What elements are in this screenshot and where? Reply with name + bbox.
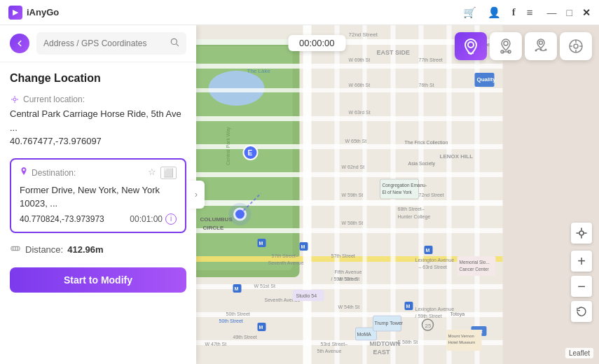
svg-text:The Frick Collection: The Frick Collection [405,140,448,145]
svg-text:M: M [259,325,263,330]
svg-text:MIDTOWN: MIDTOWN [370,340,401,347]
svg-text:W 58th St: W 58th St [342,220,364,225]
svg-rect-22 [363,25,367,364]
distance-label: Distance: [25,244,63,255]
teleport-mode-button[interactable] [455,32,487,60]
svg-text:W 47th St: W 47th St [205,342,227,346]
close-button[interactable]: ✕ [582,7,591,18]
svg-point-121 [535,50,537,52]
destination-time-wrap: 00:01:00 i [130,214,177,225]
svg-text:Quality: Quality [477,76,497,83]
expand-icon[interactable]: ⬜ [160,167,177,179]
svg-text:Seventh Avenue: Seventh Avenue [268,260,304,265]
svg-text:– 63rd Street: – 63rd Street [419,265,448,270]
svg-text:72nd Street: 72nd Street [349,31,378,38]
svg-point-137 [13,98,16,101]
svg-text:El of New York: El of New York [383,190,413,195]
svg-text:M: M [259,241,263,246]
toolbar-icons: 🛒 👤 f ≡ [463,6,533,19]
svg-text:W 66th St: W 66th St [349,83,371,88]
route-multi-stop-button[interactable] [525,32,557,60]
svg-text:W 59th St: W 59th St [342,192,364,197]
zoom-out-button[interactable]: − [571,276,592,297]
svg-line-136 [177,44,179,46]
svg-text:49th Street: 49th Street [233,335,257,340]
app-name: iAnyGo [27,7,59,18]
distance-icon [10,243,21,256]
current-location-label: Current location: [10,94,186,104]
svg-text:E: E [248,149,253,157]
destination-info-icon[interactable]: i [165,214,177,225]
svg-text:W 62nd St: W 62nd St [342,164,365,169]
svg-text:M: M [406,304,411,309]
svg-text:Congregation Emanu-: Congregation Emanu- [383,183,427,188]
map-controls: + − [571,223,592,322]
svg-text:Central Park Way: Central Park Way [226,127,231,165]
svg-text:W 63rd St: W 63rd St [349,110,371,115]
svg-rect-20 [303,25,312,364]
svg-text:W 65th St: W 65th St [345,139,367,144]
back-button-area [0,25,196,62]
svg-text:57th Street–: 57th Street– [272,253,298,258]
timer-display: 00:00:00 [288,35,346,51]
svg-text:50th Street: 50th Street [219,318,243,323]
svg-text:Lexington Avenue: Lexington Avenue [415,258,455,263]
menu-icon[interactable]: ≡ [527,6,533,18]
svg-text:MoMA: MoMA [357,332,372,337]
main-area: 72nd Street W 69th St W 66th St W 63rd S… [0,25,599,364]
bookmark-icon[interactable]: ☆ [148,167,156,179]
back-button[interactable] [10,34,29,53]
panel-content: Change Location Current location: [0,62,196,364]
svg-point-116 [468,42,474,48]
svg-point-130 [579,231,584,235]
panel-search-icon[interactable] [170,37,179,50]
panel-search-input[interactable] [43,38,170,48]
destination-time: 00:01:00 [130,214,163,224]
zoom-in-button[interactable]: + [571,251,592,272]
minimize-button[interactable]: — [547,7,557,18]
svg-text:EAST SIDE: EAST SIDE [377,49,411,56]
leaflet-attribution: Leaflet [565,348,593,358]
svg-point-122 [540,49,542,51]
maximize-button[interactable]: □ [567,7,572,18]
svg-text:Hotel Museum: Hotel Museum [448,340,476,344]
reset-map-button[interactable] [571,301,592,322]
svg-text:5th Avenue: 5th Avenue [317,349,342,354]
svg-text:W 69th St: W 69th St [349,57,371,62]
recenter-button[interactable] [571,223,592,244]
svg-text:EAST: EAST [373,349,391,356]
svg-text:M: M [426,248,430,253]
svg-point-117 [504,41,508,46]
title-bar: ▶ iAnyGo 🛒 👤 f ≡ — □ ✕ [0,0,599,25]
pin-icon [20,167,28,178]
svg-text:LENOX HILL: LENOX HILL [440,153,474,160]
destination-info-row: 40.770824,-73.973973 00:01:00 i [20,214,177,225]
svg-text:72nd Street: 72nd Street [419,192,444,197]
route-one-stop-button[interactable] [490,32,522,60]
user-icon[interactable]: 👤 [488,6,501,19]
svg-text:Mount Vernon: Mount Vernon [448,334,474,338]
current-address: Central Park Carriage Horse Ride, 5th Av… [10,107,186,134]
start-modify-button[interactable]: Start to Modify [10,267,186,293]
svg-text:Asia Society: Asia Society [408,161,436,167]
mode-toolbar [455,32,592,60]
cart-icon[interactable]: 🛒 [463,6,476,19]
svg-text:Lexington Avenue: Lexington Avenue [415,307,455,312]
svg-text:Cancer Center: Cancer Center [460,267,490,272]
joystick-mode-button[interactable] [560,32,592,60]
panel-search-box[interactable] [36,32,186,55]
destination-address: Former Drive, New York, New York 10023, … [20,183,177,211]
facebook-icon[interactable]: f [512,6,516,18]
svg-text:M: M [235,286,239,291]
svg-text:77th Street: 77th Street [419,57,443,62]
destination-coords: 40.770824,-73.973973 [20,214,104,224]
svg-text:Hunter College: Hunter College [398,214,431,220]
svg-text:Trump Tower: Trump Tower [375,321,404,326]
svg-text:E 58th St: E 58th St [398,340,418,344]
svg-text:Studio 54: Studio 54 [296,293,317,298]
svg-text:Fifth Avenue: Fifth Avenue [335,270,362,274]
panel-toggle-button[interactable]: › [188,181,205,209]
app-logo-icon: ▶ [8,6,22,20]
svg-text:68th Street–: 68th Street– [398,206,425,211]
window-controls: — □ ✕ [547,7,591,18]
